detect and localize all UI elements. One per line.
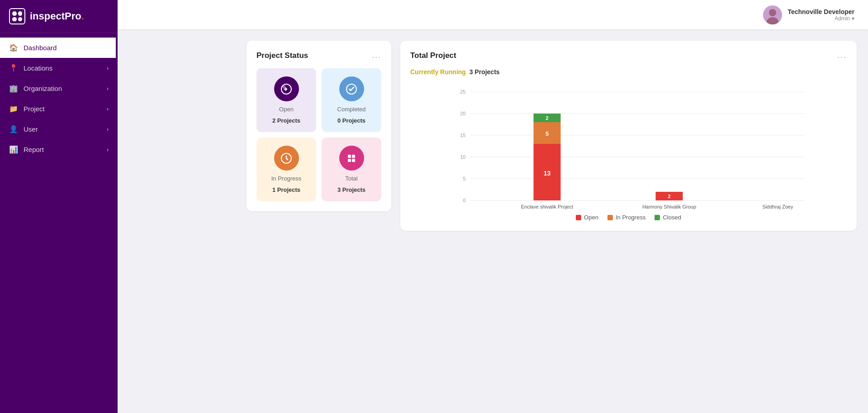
user-info: Technoville Developer Admin xyxy=(763,5,854,24)
project-status-card: Project Status ... Open 2 Projects xyxy=(247,41,391,211)
chevron-right-icon: › xyxy=(107,106,109,112)
total-label: Total xyxy=(345,175,357,182)
svg-text:0: 0 xyxy=(463,198,465,203)
legend-inprogress-label: In Progress xyxy=(616,214,645,221)
status-box-open[interactable]: Open 2 Projects xyxy=(256,68,316,132)
sidebar-item-label: User xyxy=(24,125,38,133)
header: Technoville Developer Admin xyxy=(118,0,868,29)
sidebar-item-label: Dashboard xyxy=(24,44,57,52)
status-grid: Open 2 Projects Completed 0 Projects xyxy=(256,68,381,201)
svg-text:13: 13 xyxy=(544,170,551,177)
chart-area: 25 20 15 10 5 0 13 5 2 xyxy=(410,83,847,209)
status-box-inprogress[interactable]: In Progress 1 Projects xyxy=(256,138,316,201)
total-icon-circle xyxy=(339,146,364,171)
legend-open-dot xyxy=(576,215,581,220)
sidebar-item-label: Project xyxy=(24,105,45,113)
home-icon: 🏠 xyxy=(9,43,18,52)
total-project-menu[interactable]: ... xyxy=(837,51,847,60)
project-icon: 📁 xyxy=(9,104,18,113)
svg-text:5: 5 xyxy=(463,176,465,181)
chart-svg: 25 20 15 10 5 0 13 5 2 xyxy=(410,83,847,209)
user-name: Technoville Developer xyxy=(787,8,854,15)
sidebar-item-project[interactable]: 📁 Project › xyxy=(0,99,118,119)
sidebar-item-dashboard[interactable]: 🏠 Dashboard xyxy=(0,38,118,58)
legend-closed: Closed xyxy=(655,214,681,221)
chevron-right-icon: › xyxy=(107,147,109,153)
org-icon: 🏢 xyxy=(9,84,18,93)
sidebar-item-label: Report xyxy=(24,146,44,153)
total-count: 3 Projects xyxy=(337,186,365,193)
running-label: Currently Running xyxy=(410,68,466,76)
svg-rect-8 xyxy=(352,155,355,158)
avatar xyxy=(763,5,782,24)
sidebar: inspectPro. 🏠 Dashboard 📍 Locations › 🏢 … xyxy=(0,0,118,413)
status-box-total[interactable]: Total 3 Projects xyxy=(322,138,381,201)
sidebar-nav: 🏠 Dashboard 📍 Locations › 🏢 Organization… xyxy=(0,33,118,413)
svg-text:Siddhraj Zoey: Siddhraj Zoey xyxy=(763,204,793,209)
svg-text:15: 15 xyxy=(460,133,465,138)
project-status-card-header: Project Status ... xyxy=(256,51,381,60)
open-count: 2 Projects xyxy=(272,117,300,124)
inprogress-label: In Progress xyxy=(271,175,301,182)
svg-text:Enclave shivalik Project: Enclave shivalik Project xyxy=(521,204,574,209)
chevron-right-icon: › xyxy=(107,65,109,71)
inprogress-count: 1 Projects xyxy=(272,186,300,193)
svg-text:10: 10 xyxy=(460,154,465,160)
legend-inprogress: In Progress xyxy=(607,214,645,221)
chevron-right-icon: › xyxy=(107,85,109,92)
main-content: Project Status ... Open 2 Projects xyxy=(235,29,868,413)
inprogress-icon-circle xyxy=(274,146,299,171)
user-role[interactable]: Admin xyxy=(787,15,854,22)
sidebar-logo: inspectPro. xyxy=(0,0,118,33)
logo-icon xyxy=(9,8,25,24)
legend-closed-dot xyxy=(655,215,660,220)
chevron-right-icon: › xyxy=(107,126,109,133)
chart-legend: Open In Progress Closed xyxy=(410,214,847,221)
legend-inprogress-dot xyxy=(607,215,613,220)
sidebar-item-organization[interactable]: 🏢 Organization › xyxy=(0,78,118,99)
user-details: Technoville Developer Admin xyxy=(787,8,854,22)
svg-text:2: 2 xyxy=(545,115,548,121)
svg-text:Harmony Shivalik Group: Harmony Shivalik Group xyxy=(642,204,696,209)
project-status-title: Project Status xyxy=(256,51,308,60)
total-project-card-header: Total Project ... xyxy=(410,51,847,60)
open-icon-circle xyxy=(274,76,299,101)
app-name: inspectPro. xyxy=(30,10,84,22)
svg-text:5: 5 xyxy=(545,130,549,137)
open-label: Open xyxy=(279,106,294,113)
location-icon: 📍 xyxy=(9,64,18,72)
total-project-card: Total Project ... Currently Running 3 Pr… xyxy=(400,41,857,231)
svg-point-1 xyxy=(769,9,776,16)
sidebar-item-report[interactable]: 📊 Report › xyxy=(0,139,118,160)
svg-text:2: 2 xyxy=(668,194,670,199)
status-box-completed[interactable]: Completed 0 Projects xyxy=(322,68,381,132)
legend-closed-label: Closed xyxy=(663,214,681,221)
running-count: 3 Projects xyxy=(470,68,500,76)
project-status-menu[interactable]: ... xyxy=(372,51,381,60)
sidebar-item-user[interactable]: 👤 User › xyxy=(0,119,118,139)
sidebar-item-locations[interactable]: 📍 Locations › xyxy=(0,58,118,78)
svg-rect-4 xyxy=(283,85,285,88)
sidebar-item-label: Organization xyxy=(24,85,62,92)
legend-open: Open xyxy=(576,214,598,221)
svg-rect-7 xyxy=(348,155,351,158)
completed-count: 0 Projects xyxy=(337,117,365,124)
sidebar-item-label: Locations xyxy=(24,64,52,72)
svg-rect-10 xyxy=(352,159,355,162)
svg-text:25: 25 xyxy=(460,89,465,95)
currently-running: Currently Running 3 Projects xyxy=(410,68,847,76)
completed-label: Completed xyxy=(337,106,366,113)
total-project-title: Total Project xyxy=(410,51,456,60)
svg-rect-9 xyxy=(348,159,351,162)
completed-icon-circle xyxy=(339,76,364,101)
user-icon: 👤 xyxy=(9,125,18,133)
legend-open-label: Open xyxy=(584,214,598,221)
report-icon: 📊 xyxy=(9,145,18,154)
svg-text:20: 20 xyxy=(460,111,465,116)
